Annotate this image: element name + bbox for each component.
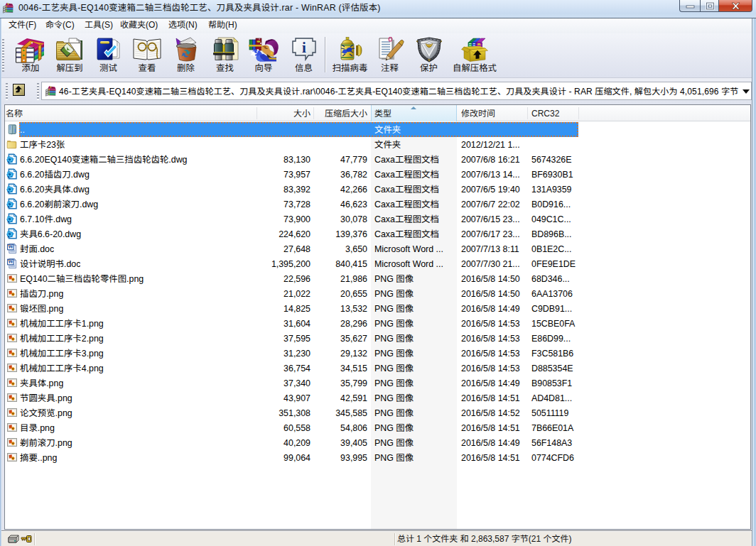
svg-text:W: W [8, 258, 14, 265]
svg-text:W: W [8, 244, 14, 250]
svg-text:i: i [302, 39, 306, 56]
